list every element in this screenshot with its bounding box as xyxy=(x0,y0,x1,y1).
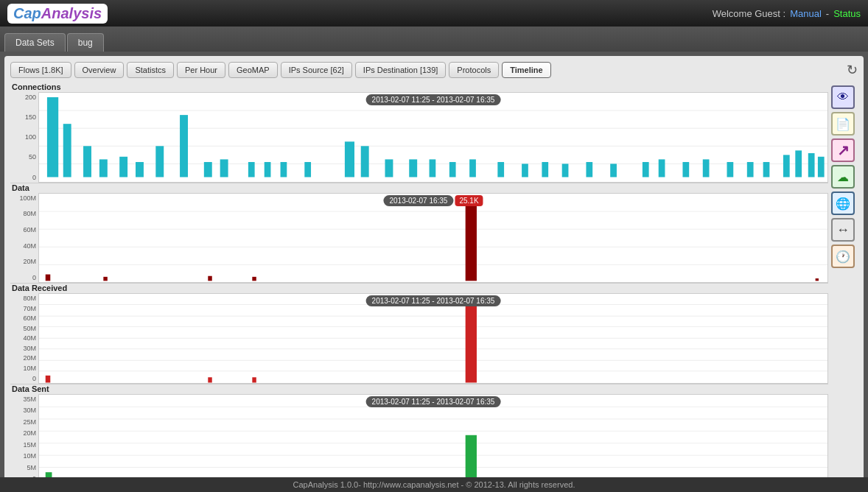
svg-rect-12 xyxy=(204,162,212,177)
svg-rect-50 xyxy=(466,197,477,281)
svg-rect-25 xyxy=(497,162,504,177)
arrows-icon-button[interactable]: ↔ xyxy=(831,218,855,242)
logo: CapAnalysis xyxy=(7,4,108,24)
data-sent-canvas: 2013-02-07 11:25 - 2013-02-07 16:35 xyxy=(38,394,828,485)
header-right: Welcome Guest : Manual - Status xyxy=(713,8,861,19)
svg-rect-61 xyxy=(252,377,256,382)
data-sent-title: Data Sent xyxy=(10,384,828,393)
globe-icon-button[interactable]: 🌐 xyxy=(831,191,855,215)
connections-title: Connections xyxy=(10,82,828,91)
svg-rect-29 xyxy=(586,162,592,177)
side-panel: 👁 📄 ↗ ☁ 🌐 ↔ 🕐 xyxy=(831,82,858,485)
svg-rect-15 xyxy=(265,162,271,177)
svg-rect-10 xyxy=(155,146,164,177)
charts-and-side: Connections 200 150 100 50 0 2013-02-07 … xyxy=(10,82,858,485)
charts-area: Connections 200 150 100 50 0 2013-02-07 … xyxy=(10,82,828,485)
data-sent-yaxis: 35M 30M 25M 20M 15M 10M 5M 0 xyxy=(10,394,38,485)
document-icon-button[interactable]: 📄 xyxy=(831,112,855,136)
nav-tab-datasets[interactable]: Data Sets xyxy=(4,33,66,52)
nav-tab-bug[interactable]: bug xyxy=(67,33,104,52)
svg-rect-8 xyxy=(119,157,127,178)
svg-rect-23 xyxy=(449,162,456,177)
tab-flows[interactable]: Flows [1.8K] xyxy=(10,62,71,78)
app-header: CapAnalysis Welcome Guest : Manual - Sta… xyxy=(0,0,868,27)
tab-buttons: Flows [1.8K] Overview Statistcs Per Hour… xyxy=(10,62,858,78)
svg-rect-60 xyxy=(208,377,211,382)
data-canvas: 2013-02-07 16:35 25.1K xyxy=(38,193,828,284)
svg-rect-18 xyxy=(345,141,354,177)
data-received-svg xyxy=(39,294,827,383)
tab-per-hour[interactable]: Per Hour xyxy=(177,62,225,78)
tab-overview[interactable]: Overview xyxy=(74,62,125,78)
tab-protocols[interactable]: Protocols xyxy=(449,62,499,78)
tab-ips-destination[interactable]: IPs Destination [139] xyxy=(355,62,447,78)
svg-rect-13 xyxy=(220,159,228,177)
svg-rect-36 xyxy=(747,162,754,177)
footer-text: CapAnalysis 1.0.0- http://www.capanalysi… xyxy=(293,480,575,489)
svg-rect-22 xyxy=(430,159,436,177)
data-chart-section: Data 100M 80M 60M 40M 20M 0 2013-02-07 1… xyxy=(10,183,828,284)
svg-rect-30 xyxy=(610,164,617,177)
svg-rect-40 xyxy=(808,153,815,178)
data-title: Data xyxy=(10,183,828,192)
view-icon-button[interactable]: 👁 xyxy=(831,85,855,109)
header-sep: - xyxy=(826,8,829,19)
data-yaxis: 100M 80M 60M 40M 20M 0 xyxy=(10,193,38,284)
svg-rect-21 xyxy=(409,159,417,177)
svg-rect-14 xyxy=(248,162,255,177)
cloud-icon-button[interactable]: ☁ xyxy=(831,165,855,189)
svg-rect-39 xyxy=(795,150,802,177)
data-received-yaxis: 80M 70M 60M 50M 40M 30M 20M 10M 0 xyxy=(10,293,38,384)
svg-rect-59 xyxy=(46,376,51,383)
tab-ips-source[interactable]: IPs Source [62] xyxy=(281,62,352,78)
connections-svg xyxy=(39,93,827,182)
connections-yaxis: 200 150 100 50 0 xyxy=(10,92,38,183)
svg-rect-51 xyxy=(816,278,819,281)
svg-rect-26 xyxy=(522,164,528,177)
data-sent-chart-wrapper: 35M 30M 25M 20M 15M 10M 5M 0 2013-02-07 … xyxy=(10,394,828,485)
footer: CapAnalysis 1.0.0- http://www.capanalysi… xyxy=(0,477,868,492)
svg-rect-46 xyxy=(46,274,51,281)
data-received-canvas: 2013-02-07 11:25 - 2013-02-07 16:35 xyxy=(38,293,828,384)
data-sent-chart-section: Data Sent 35M 30M 25M 20M 15M 10M 5M 0 xyxy=(10,384,828,485)
svg-rect-17 xyxy=(304,162,311,177)
svg-rect-48 xyxy=(208,275,211,281)
svg-rect-32 xyxy=(659,159,665,177)
svg-rect-35 xyxy=(727,162,734,177)
svg-rect-6 xyxy=(83,146,91,177)
svg-rect-11 xyxy=(180,115,188,177)
tab-statistics[interactable]: Statistcs xyxy=(127,62,174,78)
svg-rect-24 xyxy=(469,159,476,177)
data-received-title: Data Received xyxy=(10,284,828,292)
svg-rect-20 xyxy=(385,159,393,177)
svg-rect-19 xyxy=(361,146,369,177)
svg-rect-41 xyxy=(818,157,825,178)
svg-rect-33 xyxy=(682,162,689,177)
svg-rect-72 xyxy=(466,435,477,483)
svg-rect-9 xyxy=(136,162,144,177)
manual-link[interactable]: Manual xyxy=(790,8,822,19)
data-svg xyxy=(39,194,827,283)
share-icon-button[interactable]: ↗ xyxy=(831,138,855,162)
clock-icon-button[interactable]: 🕐 xyxy=(831,245,855,268)
data-sent-svg xyxy=(39,395,827,484)
tab-geomap[interactable]: GeoMAP xyxy=(228,62,278,78)
svg-rect-34 xyxy=(703,159,710,177)
status-link[interactable]: Status xyxy=(833,8,861,19)
svg-rect-4 xyxy=(47,97,58,177)
logo-analysis: Analysis xyxy=(41,5,102,22)
nav-bar: Data Sets bug xyxy=(0,27,868,52)
refresh-button[interactable]: ↻ xyxy=(847,62,858,78)
svg-rect-7 xyxy=(99,159,108,177)
data-received-chart-section: Data Received 80M 70M 60M 50M 40M 30M 20… xyxy=(10,284,828,384)
logo-cap: Cap xyxy=(13,5,41,22)
svg-rect-38 xyxy=(783,155,790,177)
svg-rect-16 xyxy=(281,162,287,177)
tab-timeline[interactable]: Timeline xyxy=(502,62,550,78)
svg-rect-49 xyxy=(252,276,256,280)
svg-rect-27 xyxy=(542,162,548,177)
svg-rect-47 xyxy=(103,276,107,280)
svg-rect-37 xyxy=(763,162,770,177)
svg-rect-5 xyxy=(63,124,71,177)
data-received-chart-wrapper: 80M 70M 60M 50M 40M 30M 20M 10M 0 2013-0… xyxy=(10,293,828,384)
